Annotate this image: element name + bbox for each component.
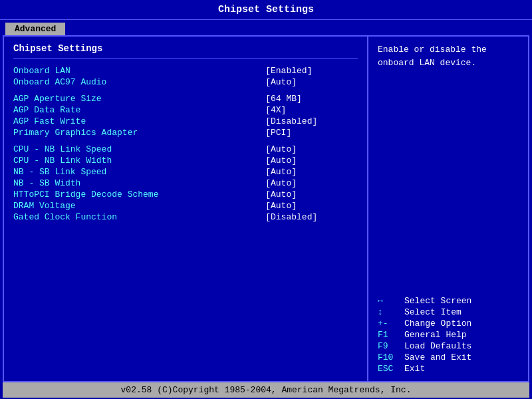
setting-label: NB - SB Width bbox=[13, 178, 259, 189]
setting-value: [PCI] bbox=[259, 127, 358, 138]
bios-screen: Chipset Settings Advanced Chipset Settin… bbox=[0, 0, 532, 399]
left-panel: Chipset Settings Onboard LAN [Enabled] O… bbox=[4, 37, 368, 381]
table-row[interactable]: DRAM Voltage [Auto] bbox=[13, 200, 358, 211]
setting-label: Gated Clock Function bbox=[13, 211, 259, 223]
table-row[interactable]: AGP Aperture Size [64 MB] bbox=[13, 93, 358, 104]
setting-value: [Auto] bbox=[259, 155, 358, 166]
table-row[interactable]: Onboard LAN [Enabled] bbox=[13, 65, 358, 76]
table-row[interactable]: CPU - NB Link Speed [Auto] bbox=[13, 144, 358, 155]
setting-label: CPU - NB Link Width bbox=[13, 155, 259, 166]
setting-label: AGP Aperture Size bbox=[13, 93, 259, 104]
key-symbol: F10 bbox=[378, 352, 404, 363]
table-row[interactable]: NB - SB Link Speed [Auto] bbox=[13, 166, 358, 178]
setting-value: [64 MB] bbox=[259, 93, 358, 104]
setting-value: [Auto] bbox=[259, 178, 358, 189]
setting-label: CPU - NB Link Speed bbox=[13, 144, 259, 155]
section-title: Chipset Settings bbox=[13, 43, 358, 54]
setting-value: [Auto] bbox=[259, 189, 358, 200]
table-row[interactable]: CPU - NB Link Width [Auto] bbox=[13, 155, 358, 166]
title-bar: Chipset Settings bbox=[0, 0, 532, 20]
setting-value: [Auto] bbox=[259, 144, 358, 155]
key-symbol: +- bbox=[378, 318, 404, 329]
table-row[interactable]: Primary Graphics Adapter [PCI] bbox=[13, 127, 358, 138]
setting-label: NB - SB Link Speed bbox=[13, 166, 259, 178]
tab-bar: Advanced bbox=[0, 20, 532, 35]
key-binding-row: +- Change Option bbox=[378, 318, 519, 329]
key-binding-row: ↔ Select Screen bbox=[378, 295, 519, 307]
setting-value: [Auto] bbox=[259, 200, 358, 211]
advanced-tab[interactable]: Advanced bbox=[5, 23, 65, 35]
key-action: Load Defaults bbox=[404, 340, 519, 352]
table-row[interactable]: Gated Clock Function [Disabled] bbox=[13, 211, 358, 223]
setting-value: [Auto] bbox=[259, 76, 358, 88]
key-action: General Help bbox=[404, 329, 519, 340]
key-symbol: ↔ bbox=[378, 295, 404, 307]
setting-label: Primary Graphics Adapter bbox=[13, 127, 259, 138]
main-content: Chipset Settings Onboard LAN [Enabled] O… bbox=[3, 35, 529, 382]
setting-label: AGP Data Rate bbox=[13, 104, 259, 116]
key-action: Change Option bbox=[404, 318, 519, 329]
help-text: Enable or disable the onboard LAN device… bbox=[378, 43, 519, 69]
setting-value: [Disabled] bbox=[259, 211, 358, 223]
setting-value: [Enabled] bbox=[259, 65, 358, 76]
key-action: Exit bbox=[404, 363, 519, 374]
setting-value: [Disabled] bbox=[259, 116, 358, 127]
table-row[interactable]: Onboard AC97 Audio [Auto] bbox=[13, 76, 358, 88]
key-binding-row: F9 Load Defaults bbox=[378, 340, 519, 352]
settings-table: Onboard LAN [Enabled] Onboard AC97 Audio… bbox=[13, 65, 358, 223]
table-row[interactable]: AGP Data Rate [4X] bbox=[13, 104, 358, 116]
key-help: ↔ Select Screen ↕ Select Item +- Change … bbox=[378, 295, 519, 374]
right-panel: Enable or disable the onboard LAN device… bbox=[368, 37, 528, 381]
key-symbol: ↕ bbox=[378, 307, 404, 318]
key-bindings-table: ↔ Select Screen ↕ Select Item +- Change … bbox=[378, 295, 519, 374]
setting-label: AGP Fast Write bbox=[13, 116, 259, 127]
key-binding-row: ↕ Select Item bbox=[378, 307, 519, 318]
key-action: Select Item bbox=[404, 307, 519, 318]
setting-value: [4X] bbox=[259, 104, 358, 116]
key-symbol: F1 bbox=[378, 329, 404, 340]
screen-title: Chipset Settings bbox=[218, 4, 314, 15]
key-action: Save and Exit bbox=[404, 352, 519, 363]
key-action: Select Screen bbox=[404, 295, 519, 307]
setting-label: Onboard AC97 Audio bbox=[13, 76, 259, 88]
table-row[interactable]: NB - SB Width [Auto] bbox=[13, 178, 358, 189]
key-symbol: F9 bbox=[378, 340, 404, 352]
setting-label: HTToPCI Bridge Decode Scheme bbox=[13, 189, 259, 200]
table-row[interactable]: HTToPCI Bridge Decode Scheme [Auto] bbox=[13, 189, 358, 200]
key-binding-row: F10 Save and Exit bbox=[378, 352, 519, 363]
setting-label: DRAM Voltage bbox=[13, 200, 259, 211]
key-binding-row: F1 General Help bbox=[378, 329, 519, 340]
table-row[interactable]: AGP Fast Write [Disabled] bbox=[13, 116, 358, 127]
setting-value: [Auto] bbox=[259, 166, 358, 178]
key-symbol: ESC bbox=[378, 363, 404, 374]
key-binding-row: ESC Exit bbox=[378, 363, 519, 374]
status-bar: v02.58 (C)Copyright 1985-2004, American … bbox=[3, 382, 529, 398]
setting-label: Onboard LAN bbox=[13, 65, 259, 76]
